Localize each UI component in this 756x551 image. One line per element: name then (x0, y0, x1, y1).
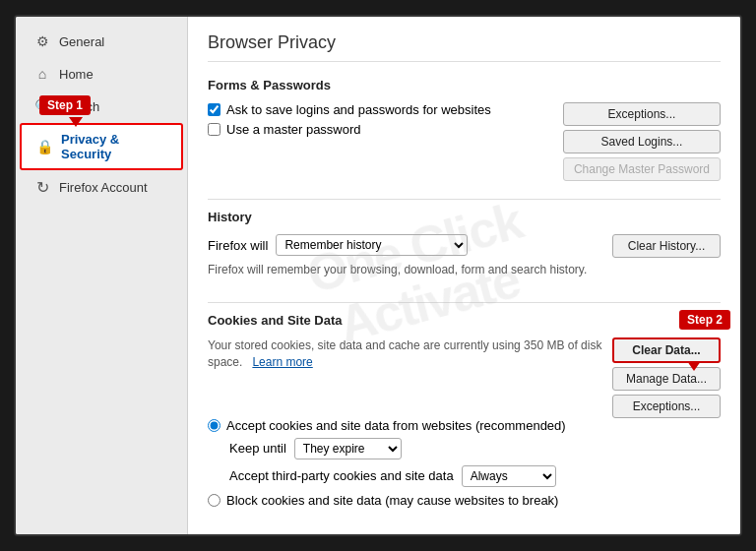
cookies-buttons: Step 2 Clear Data... Manage Data... Exce… (612, 337, 721, 418)
accept-cookies-radio[interactable] (208, 419, 220, 432)
cookies-indent: Keep until They expire I close Firefox A… (229, 438, 721, 487)
exceptions-button[interactable]: Exceptions... (563, 102, 721, 126)
step2-container: Step 2 Clear Data... (612, 337, 721, 363)
cookies-exceptions-button[interactable]: Exceptions... (612, 395, 721, 418)
history-content: Firefox will Remember history Never reme… (208, 234, 602, 284)
sidebar-item-privacy[interactable]: 🔒 Privacy & Security (20, 123, 183, 170)
sidebar-label-firefox-account: Firefox Account (59, 180, 148, 195)
forms-settings: Ask to save logins and passwords for web… (208, 102, 721, 181)
save-logins-row: Ask to save logins and passwords for web… (208, 102, 553, 117)
history-buttons: Clear History... (612, 234, 721, 258)
keep-until-row: Keep until They expire I close Firefox A… (229, 438, 721, 459)
section-cookies: Cookies and Site Data Your stored cookie… (208, 313, 721, 508)
sidebar-label-home: Home (59, 67, 94, 82)
divider-history (208, 199, 721, 200)
sidebar-label-privacy: Privacy & Security (61, 132, 167, 161)
master-password-label: Use a master password (226, 122, 361, 137)
sidebar-item-home[interactable]: ⌂ Home (20, 58, 183, 90)
block-cookies-row: Block cookies and site data (may cause w… (208, 493, 721, 508)
manage-data-button[interactable]: Manage Data... (612, 367, 721, 391)
home-icon: ⌂ (33, 65, 51, 83)
history-title: History (208, 210, 721, 224)
cookies-info: Your stored cookies, site data and cache… (208, 337, 602, 371)
history-description: Firefox will remember your browsing, dow… (208, 262, 602, 278)
block-cookies-radio[interactable] (208, 494, 220, 507)
firefox-will-row: Firefox will Remember history Never reme… (208, 234, 602, 256)
browser-window: One Click Activate ⚙ General ⌂ Home 🔍 Se… (14, 15, 742, 536)
sync-icon: ↻ (33, 178, 51, 196)
save-logins-checkbox[interactable] (208, 103, 220, 116)
master-password-checkbox[interactable] (208, 123, 220, 136)
step1-arrow (69, 117, 83, 127)
third-party-dropdown[interactable]: Always From visited Never (462, 465, 556, 487)
sidebar: ⚙ General ⌂ Home 🔍 Search Step 1 🔒 Priva… (16, 17, 188, 534)
clear-history-button[interactable]: Clear History... (612, 234, 721, 258)
clear-data-button[interactable]: Clear Data... (612, 337, 721, 363)
page-title: Browser Privacy (208, 32, 721, 62)
save-logins-label: Ask to save logins and passwords for web… (226, 102, 491, 117)
forms-buttons: Exceptions... Saved Logins... Change Mas… (563, 102, 721, 181)
learn-more-link[interactable]: Learn more (252, 355, 312, 369)
accept-cookies-label: Accept cookies and site data from websit… (226, 418, 566, 433)
cookies-content: Your stored cookies, site data and cache… (208, 337, 602, 377)
forms-title: Forms & Passwords (208, 78, 721, 92)
cookies-settings: Your stored cookies, site data and cache… (208, 337, 721, 418)
change-master-button[interactable]: Change Master Password (563, 157, 721, 181)
section-forms: Forms & Passwords Ask to save logins and… (208, 78, 721, 181)
block-cookies-label: Block cookies and site data (may cause w… (226, 493, 558, 508)
gear-icon: ⚙ (33, 32, 51, 50)
history-dropdown[interactable]: Remember history Never remember history … (276, 234, 468, 256)
keep-until-dropdown[interactable]: They expire I close Firefox Ask every ti… (294, 438, 402, 459)
saved-logins-button[interactable]: Saved Logins... (563, 130, 721, 153)
step1-badge: Step 1 (39, 95, 91, 115)
third-party-label: Accept third-party cookies and site data (229, 468, 454, 483)
sidebar-item-general[interactable]: ⚙ General (20, 26, 183, 57)
section-history: History Firefox will Remember history Ne… (208, 210, 721, 284)
sidebar-item-firefox-account[interactable]: ↻ Firefox Account (20, 171, 183, 203)
cookies-title: Cookies and Site Data (208, 313, 721, 328)
step2-arrow (687, 361, 701, 371)
sidebar-label-general: General (59, 34, 104, 49)
firefox-will-label: Firefox will (208, 238, 268, 253)
history-settings: Firefox will Remember history Never reme… (208, 234, 721, 284)
main-content: Browser Privacy Forms & Passwords Ask to… (188, 17, 740, 534)
step2-badge: Step 2 (679, 310, 730, 330)
divider-cookies (208, 302, 721, 303)
accept-cookies-row: Accept cookies and site data from websit… (208, 418, 721, 433)
master-password-row: Use a master password (208, 122, 553, 137)
lock-icon: 🔒 (35, 138, 53, 155)
keep-until-label: Keep until (229, 441, 286, 456)
third-party-row: Accept third-party cookies and site data… (229, 465, 721, 487)
forms-content: Ask to save logins and passwords for web… (208, 102, 553, 142)
